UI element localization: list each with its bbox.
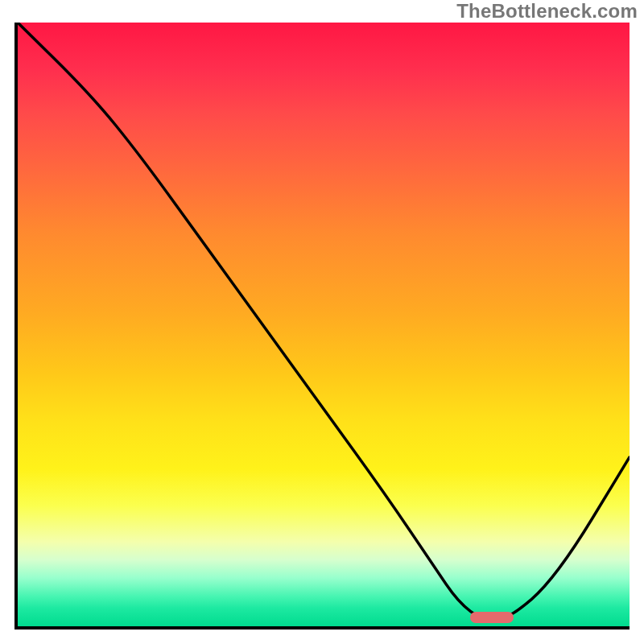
optimal-region-marker bbox=[470, 612, 513, 623]
chart-container: TheBottleneck.com bbox=[0, 0, 644, 644]
plot-area bbox=[14, 23, 630, 630]
watermark-text: TheBottleneck.com bbox=[456, 0, 638, 23]
bottleneck-curve bbox=[18, 23, 630, 626]
curve-path bbox=[18, 23, 630, 621]
